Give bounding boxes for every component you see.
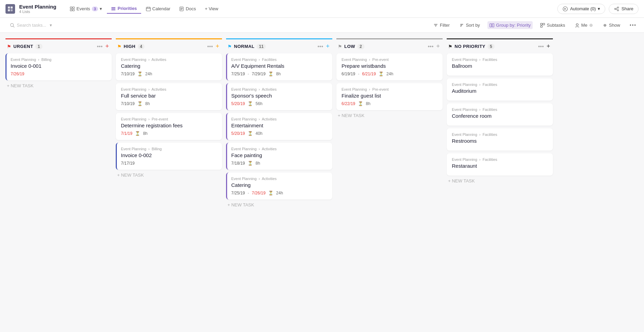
svg-line-24: [616, 8, 617, 9]
task-card[interactable]: Event Planning › Activities Full service…: [116, 83, 222, 110]
card-breadcrumb: Event Planning › Billing: [11, 58, 108, 62]
card-breadcrumb: Event Planning › Facilities: [452, 58, 549, 62]
task-card[interactable]: Event Planning › Activities Catering7/25…: [226, 173, 332, 200]
filter-button[interactable]: Filter: [431, 21, 452, 29]
card-meta: 7/25/19 - 7/29/19⏳ 8h: [231, 72, 328, 76]
app-title: Event Planning: [19, 4, 56, 10]
task-card[interactable]: Event Planning › Billing Invoice 0-0027/…: [116, 143, 222, 170]
search-box[interactable]: Search tasks... ▾: [5, 21, 57, 30]
more-button[interactable]: •••: [628, 21, 639, 29]
task-card[interactable]: Event Planning › Pre-event Prepare wrist…: [336, 53, 443, 80]
col-count: 4: [138, 44, 145, 49]
time-icon: ⏳: [248, 131, 253, 136]
task-card[interactable]: Event Planning › Facilities Restrooms: [447, 128, 553, 151]
card-title: Ballroom: [452, 63, 549, 69]
sort-button[interactable]: Sort by: [457, 21, 482, 29]
automate-dropdown-icon: ▾: [598, 6, 600, 11]
automate-button[interactable]: Automate (0) ▾: [557, 4, 605, 14]
me-button[interactable]: Me ⊕: [573, 21, 595, 29]
time-icon: ⏳: [248, 161, 253, 166]
card-date-start: 7/25/19: [231, 191, 245, 195]
svg-rect-3: [11, 9, 13, 11]
time-icon: ⏳: [379, 72, 384, 76]
task-card[interactable]: Event Planning › Activities Catering7/10…: [116, 53, 222, 80]
show-button[interactable]: Show: [600, 21, 622, 29]
col-title: NO PRIORITY: [455, 44, 485, 49]
card-time: 8h: [256, 161, 260, 166]
task-card[interactable]: Event Planning › Facilities Conference r…: [447, 103, 553, 126]
task-card[interactable]: Event Planning › Pre-event Finalize gues…: [336, 83, 443, 110]
card-date-end: 6/21/19: [362, 72, 376, 76]
new-task-high[interactable]: + NEW TASK: [116, 170, 222, 180]
svg-rect-34: [541, 26, 542, 27]
search-icon: [10, 23, 15, 28]
col-actions[interactable]: ••• +: [428, 43, 440, 50]
svg-rect-30: [490, 24, 492, 27]
tab-add-view[interactable]: + View: [201, 4, 222, 13]
cards-urgent: Event Planning › Billing Invoice 0-0017/…: [5, 53, 112, 80]
card-date-end: 7/29/19: [252, 72, 265, 76]
card-time: 24h: [145, 72, 152, 76]
task-card[interactable]: Event Planning › Facilities Auditorium: [447, 78, 553, 101]
subtasks-icon: [540, 23, 545, 28]
task-card[interactable]: Event Planning › Billing Invoice 0-0017/…: [5, 53, 112, 80]
time-icon: ⏳: [135, 131, 140, 136]
col-add-icon[interactable]: +: [105, 43, 109, 50]
col-add-icon[interactable]: +: [215, 43, 219, 50]
flag-icon: ⚑: [448, 44, 453, 49]
time-icon: ⏳: [137, 101, 143, 106]
new-task-normal[interactable]: + NEW TASK: [226, 200, 332, 210]
card-breadcrumb: Event Planning › Facilities: [231, 58, 328, 62]
card-time: 8h: [145, 101, 150, 106]
card-title: Full service bar: [121, 93, 218, 99]
cards-high: Event Planning › Activities Catering7/10…: [116, 53, 222, 170]
task-card[interactable]: Event Planning › Activities Entertainmen…: [226, 113, 332, 140]
app-subtitle: 4 Lists: [19, 10, 56, 14]
task-card[interactable]: Event Planning › Facilities Ballroom: [447, 53, 553, 76]
task-card[interactable]: Event Planning › Facilities Restaraunt: [447, 153, 553, 176]
time-icon: ⏳: [358, 101, 363, 106]
tab-calendar[interactable]: Calendar: [142, 4, 175, 13]
col-actions[interactable]: ••• +: [207, 43, 219, 50]
col-title: URGENT: [13, 44, 33, 49]
col-more-icon[interactable]: •••: [207, 43, 213, 50]
flag-icon: ⚑: [7, 44, 11, 49]
col-more-icon[interactable]: •••: [428, 43, 434, 50]
task-card[interactable]: Event Planning › Activities Face paintin…: [226, 143, 332, 170]
col-add-icon[interactable]: +: [436, 43, 440, 50]
group-button[interactable]: Group by: Priority: [487, 21, 533, 29]
col-count: 2: [357, 44, 364, 49]
tab-priorities[interactable]: Priorities: [107, 4, 141, 14]
card-title: Invoice 0-002: [121, 152, 218, 158]
col-add-icon[interactable]: +: [326, 43, 330, 50]
search-dropdown-icon: ▾: [50, 23, 52, 28]
card-date: 5/20/19: [231, 131, 245, 136]
new-task-low[interactable]: + NEW TASK: [336, 110, 443, 121]
svg-rect-33: [543, 23, 545, 25]
app-title-group: Event Planning 4 Lists: [19, 4, 56, 14]
column-header-low: ⚑ LOW 2 ••• +: [336, 38, 443, 53]
col-actions[interactable]: ••• +: [538, 43, 550, 50]
card-date: 7/1/19: [121, 131, 132, 136]
subtasks-button[interactable]: Subtasks: [538, 21, 567, 29]
col-more-icon[interactable]: •••: [318, 43, 323, 50]
col-actions[interactable]: ••• +: [318, 43, 330, 50]
task-card[interactable]: Event Planning › Facilities A/V Equipmen…: [226, 53, 332, 80]
card-time: 24h: [386, 72, 393, 76]
docs-icon: [179, 7, 184, 11]
new-task-urgent[interactable]: + NEW TASK: [5, 80, 112, 91]
cards-normal: Event Planning › Facilities A/V Equipmen…: [226, 53, 332, 200]
col-add-icon[interactable]: +: [546, 43, 550, 50]
share-button[interactable]: Share: [609, 4, 639, 14]
new-task-nopriority[interactable]: + NEW TASK: [447, 176, 553, 186]
task-card[interactable]: Event Planning › Activities Sponsor's sp…: [226, 83, 332, 110]
col-actions[interactable]: ••• +: [97, 43, 109, 50]
tab-docs[interactable]: Docs: [175, 4, 200, 13]
tab-events[interactable]: Events 3 ▾: [66, 4, 106, 13]
col-more-icon[interactable]: •••: [538, 43, 544, 50]
svg-rect-1: [11, 7, 13, 9]
col-more-icon[interactable]: •••: [97, 43, 103, 50]
col-count: 5: [487, 44, 495, 49]
toolbar-right: Filter Sort by Group by: Priority Subtas…: [431, 21, 639, 29]
task-card[interactable]: Event Planning › Pre-event Determine reg…: [116, 113, 222, 140]
